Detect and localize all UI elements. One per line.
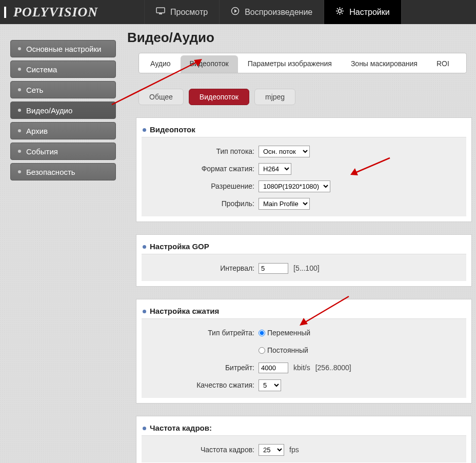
panel-heading: Настройка GOP bbox=[142, 242, 466, 251]
bitrate-label: Битрейт: bbox=[146, 364, 259, 372]
quality-label: Качество сжатия: bbox=[146, 381, 259, 389]
bitrate-constant-label: Постоянный bbox=[267, 346, 308, 354]
bitrate-type-label: Тип битрейта: bbox=[146, 329, 259, 337]
interval-hint: [5...100] bbox=[293, 264, 320, 272]
panel-gop: Настройка GOP Интервал:[5...100] bbox=[136, 234, 472, 287]
svg-marker-3 bbox=[234, 9, 237, 13]
svg-point-4 bbox=[339, 10, 342, 13]
panel-heading: Частота кадров: bbox=[142, 424, 466, 432]
subtabs: Общее Видеопоток mjpeg bbox=[138, 89, 472, 105]
tab-mask-zones[interactable]: Зоны маскирования bbox=[342, 55, 427, 73]
panel-compression: Настройка сжатия Тип битрейта:Переменный… bbox=[136, 299, 472, 404]
gear-icon bbox=[335, 7, 344, 17]
compression-format-select[interactable]: H264 bbox=[259, 163, 291, 175]
sidebar-item-network[interactable]: Сеть bbox=[10, 81, 116, 98]
sidebar-item-basic[interactable]: Основные настройки bbox=[10, 40, 116, 57]
bitrate-hint: [256..8000] bbox=[315, 364, 351, 372]
svg-line-9 bbox=[337, 8, 338, 9]
sidebar-item-system[interactable]: Система bbox=[10, 61, 116, 78]
bitrate-input[interactable] bbox=[259, 363, 288, 373]
play-icon bbox=[231, 7, 240, 17]
compression-format-label: Формат сжатия: bbox=[146, 165, 259, 173]
bitrate-variable-label: Переменный bbox=[267, 329, 310, 337]
interval-label: Интервал: bbox=[146, 264, 259, 272]
interval-input[interactable] bbox=[259, 263, 288, 274]
main: Видео/Аудио Аудио Видеопоток Параметры и… bbox=[123, 26, 472, 463]
fps-label: Частота кадров: bbox=[146, 446, 259, 454]
stream-type-label: Тип потока: bbox=[146, 147, 259, 155]
tabs: Аудио Видеопоток Параметры изображения З… bbox=[138, 53, 467, 73]
divider bbox=[4, 7, 6, 18]
logo: POLYVISION bbox=[13, 5, 98, 20]
bitrate-unit: kbit/s bbox=[293, 364, 310, 372]
tab-audio[interactable]: Аудио bbox=[141, 55, 180, 73]
resolution-select[interactable]: 1080P(1920*1080) bbox=[259, 180, 330, 192]
topbar: POLYVISION Просмотр Воспроизведение Наст… bbox=[0, 0, 476, 24]
panel-heading: Настройка сжатия bbox=[142, 307, 466, 315]
topnav-view[interactable]: Просмотр bbox=[144, 0, 220, 24]
svg-line-11 bbox=[342, 8, 343, 9]
profile-label: Профиль: bbox=[146, 199, 259, 208]
fps-unit: fps bbox=[289, 446, 299, 454]
sidebar-item-security[interactable]: Безопасность bbox=[10, 163, 116, 180]
topnav-label: Настройки bbox=[349, 8, 389, 17]
sidebar-item-events[interactable]: События bbox=[10, 143, 116, 160]
fps-select[interactable]: 25 bbox=[259, 444, 284, 456]
tab-videostream[interactable]: Видеопоток bbox=[181, 55, 238, 73]
stream-type-select[interactable]: Осн. поток bbox=[259, 146, 310, 157]
topnav-label: Воспроизведение bbox=[245, 8, 312, 17]
bitrate-constant-radio[interactable] bbox=[259, 347, 265, 354]
sidebar: Основные настройки Система Сеть Видео/Ау… bbox=[10, 40, 116, 184]
subtab-mjpeg[interactable]: mjpeg bbox=[254, 89, 295, 105]
subtab-videostream[interactable]: Видеопоток bbox=[189, 89, 249, 105]
tab-roi[interactable]: ROI bbox=[427, 55, 459, 73]
svg-rect-1 bbox=[159, 13, 162, 14]
sidebar-item-video-audio[interactable]: Видео/Аудио bbox=[10, 102, 116, 119]
subtab-general[interactable]: Общее bbox=[138, 89, 184, 105]
topnav-label: Просмотр bbox=[170, 8, 208, 17]
monitor-icon bbox=[156, 7, 165, 17]
topnav-play[interactable]: Воспроизведение bbox=[220, 0, 324, 24]
page-title: Видео/Аудио bbox=[127, 30, 472, 46]
panel-stream: Видеопоток Тип потока:Осн. поток Формат … bbox=[136, 117, 472, 222]
sidebar-item-archive[interactable]: Архив bbox=[10, 122, 116, 139]
svg-rect-0 bbox=[156, 8, 165, 13]
topnav: Просмотр Воспроизведение Настройки bbox=[144, 0, 402, 24]
quality-select[interactable]: 5 bbox=[259, 379, 281, 391]
tab-image-params[interactable]: Параметры изображения bbox=[239, 55, 341, 73]
svg-line-12 bbox=[337, 13, 338, 14]
profile-select[interactable]: Main Profile bbox=[259, 198, 310, 210]
panel-fps: Частота кадров: Частота кадров:25fps bbox=[136, 416, 472, 463]
topnav-settings[interactable]: Настройки bbox=[324, 0, 401, 24]
resolution-label: Разрешение: bbox=[146, 182, 259, 190]
svg-line-10 bbox=[342, 13, 343, 14]
panel-heading: Видеопоток bbox=[142, 125, 466, 134]
bitrate-variable-radio[interactable] bbox=[259, 330, 265, 336]
